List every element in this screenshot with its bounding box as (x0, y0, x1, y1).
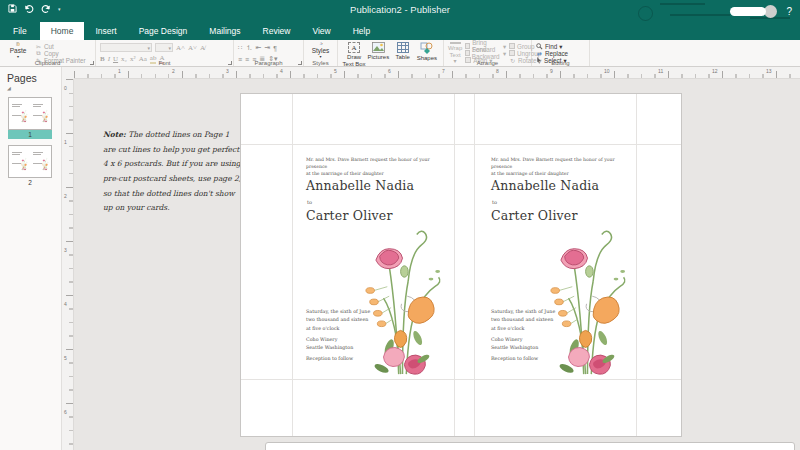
numbering-icon[interactable]: ⒈ (245, 43, 252, 53)
cut-line (241, 379, 681, 380)
bride-name[interactable]: Annabelle Nadia (306, 178, 414, 193)
increase-indent-icon[interactable]: ⇥ (264, 44, 270, 52)
ribbon-tab-bar: File Home Insert Page Design Mailings Re… (0, 22, 800, 40)
font-name-combo[interactable] (100, 43, 152, 52)
send-backward-button[interactable]: Send Backward▾ (465, 50, 506, 56)
tab-view[interactable]: View (301, 22, 341, 40)
vertical-ruler: 0123456 (62, 79, 74, 450)
font-dialog-launcher-icon[interactable] (228, 61, 232, 65)
copy-button[interactable]: ⧉Copy (35, 50, 86, 56)
tab-home[interactable]: Home (40, 22, 85, 40)
bride-name[interactable]: Annabelle Nadia (491, 178, 599, 193)
groom-name[interactable]: Carter Oliver (491, 208, 578, 223)
ruler-number: 13 (766, 68, 772, 74)
tab-page-design[interactable]: Page Design (128, 22, 199, 40)
horizontal-scrollbar[interactable] (265, 442, 795, 450)
grow-font-icon[interactable]: A˄ (176, 44, 185, 52)
cut-line (454, 94, 455, 436)
joiner-text[interactable]: to (307, 199, 312, 205)
ruler-number: 4 (64, 301, 67, 307)
invitation-intro[interactable]: Mr. and Mrs. Dave Barnett request the ho… (306, 157, 436, 178)
replace-button[interactable]: ⇄ Replace (536, 50, 568, 56)
help-icon[interactable]: ? (786, 6, 792, 17)
workspace-canvas[interactable]: Note: The dotted lines on Page 1 are cut… (74, 79, 800, 450)
paste-dropdown-caret[interactable]: ▾ (17, 55, 19, 58)
tab-insert[interactable]: Insert (84, 22, 127, 40)
wrap-text-button[interactable]: Wrap Text ▾ (448, 42, 462, 58)
ruler-number: 3 (64, 247, 67, 253)
invitation-intro[interactable]: Mr. and Mrs. Dave Barnett request the ho… (491, 157, 621, 178)
date-text[interactable]: Saturday, the sixth of Junetwo thousand … (306, 308, 370, 333)
pages-panel: Pages ◢ 1 2 (0, 67, 62, 450)
reception-text[interactable]: Reception to follow (491, 356, 538, 361)
venue-text[interactable]: Coho WinerySeattle Washington (306, 336, 353, 353)
shapes-icon (420, 42, 434, 54)
ruler-number: 1 (118, 68, 121, 74)
table-icon (397, 42, 409, 53)
group-clipboard: Paste ▾ ✂Cut ⧉Copy ✎Format Painter Clipb… (0, 40, 96, 66)
find-button[interactable]: Find▾ (536, 43, 568, 49)
venue-text[interactable]: Coho WinerySeattle Washington (491, 336, 538, 353)
note-text-box[interactable]: Note: The dotted lines on Page 1 are cut… (103, 128, 243, 216)
tab-mailings[interactable]: Mailings (198, 22, 251, 40)
ungroup-icon (509, 50, 515, 56)
avatar[interactable] (764, 5, 777, 18)
paste-button[interactable]: Paste ▾ (4, 42, 32, 58)
ruler-number: 4 (280, 68, 283, 74)
clipboard-dialog-launcher-icon[interactable] (90, 61, 94, 65)
ruler-number: 1 (64, 139, 67, 145)
pictures-button[interactable]: Pictures (366, 42, 390, 58)
page-thumbnail-2[interactable]: 2 (8, 145, 52, 187)
ruler-number: 8 (496, 68, 499, 74)
joiner-text[interactable]: to (492, 199, 497, 205)
flower-bouquet-image[interactable] (539, 224, 636, 376)
invitation-card-2[interactable]: Mr. and Mrs. Dave Barnett request the ho… (477, 144, 639, 379)
paragraph-dialog-launcher-icon[interactable] (298, 61, 302, 65)
tab-help[interactable]: Help (342, 22, 381, 40)
publication-page[interactable]: Mr. and Mrs. Dave Barnett request the ho… (240, 93, 682, 437)
draw-text-box-icon: A (348, 42, 360, 53)
ruler-number: 3 (226, 68, 229, 74)
copy-icon: ⧉ (35, 50, 42, 57)
shrink-font-icon[interactable]: A˅ (188, 44, 197, 52)
group-objects: A Draw Text Box Pictures Table Shapes (338, 40, 444, 66)
send-backward-icon (465, 50, 470, 56)
styles-button[interactable]: A Styles ▾ (308, 42, 333, 58)
group-paragraph: ∷ ⒈ ⇤ ⇥ ¶ ≡ ≡ ≡ ≣ ⇕▾ Paragraph (234, 40, 304, 66)
ruler-number: 9 (550, 68, 553, 74)
invitation-card-1[interactable]: Mr. and Mrs. Dave Barnett request the ho… (292, 144, 454, 379)
group-icon (509, 43, 515, 49)
group-arrange: Wrap Text ▾ Bring Forward▾ Send Backward… (444, 40, 532, 66)
ruler-number: 5 (64, 355, 67, 361)
title-bar: ▾ Publication2 - Publisher ? (0, 0, 800, 22)
reception-text[interactable]: Reception to follow (306, 356, 353, 361)
flower-bouquet-image[interactable] (354, 224, 451, 376)
draw-text-box-button[interactable]: A Draw Text Box (342, 42, 366, 58)
ruler-number: 2 (172, 68, 175, 74)
page-thumbnail-1[interactable]: 1 (8, 97, 52, 139)
ruler-number: 6 (388, 68, 391, 74)
tab-file[interactable]: File (0, 22, 40, 40)
shapes-button[interactable]: Shapes (415, 42, 439, 58)
clear-formatting-icon[interactable]: A̸ (200, 44, 205, 52)
wrap-text-icon (450, 42, 461, 44)
collapse-panel-icon[interactable]: ◢ (0, 86, 61, 91)
cut-button[interactable]: ✂Cut (35, 43, 86, 49)
bullets-icon[interactable]: ∷ (238, 44, 242, 52)
styles-icon: A (315, 42, 327, 46)
page-number-badge: 2 (8, 178, 52, 187)
date-text[interactable]: Saturday, the sixth of Junetwo thousand … (491, 308, 555, 333)
decrease-indent-icon[interactable]: ⇤ (255, 44, 261, 52)
group-editing: Find▾ ⇄ Replace Select▾ Editing (532, 40, 590, 66)
ruler-number: 5 (334, 68, 337, 74)
pictures-icon (372, 42, 385, 53)
show-paragraph-marks-icon[interactable]: ¶ (273, 45, 277, 52)
cut-icon: ✂ (35, 43, 42, 50)
table-button[interactable]: Table (391, 42, 415, 58)
groom-name[interactable]: Carter Oliver (306, 208, 393, 223)
ribbon: Paste ▾ ✂Cut ⧉Copy ✎Format Painter Clipb… (0, 40, 800, 67)
group-styles: A Styles ▾ Styles (304, 40, 338, 66)
font-size-combo[interactable] (155, 43, 173, 52)
tab-review[interactable]: Review (252, 22, 302, 40)
page-number-badge: 1 (8, 130, 52, 139)
